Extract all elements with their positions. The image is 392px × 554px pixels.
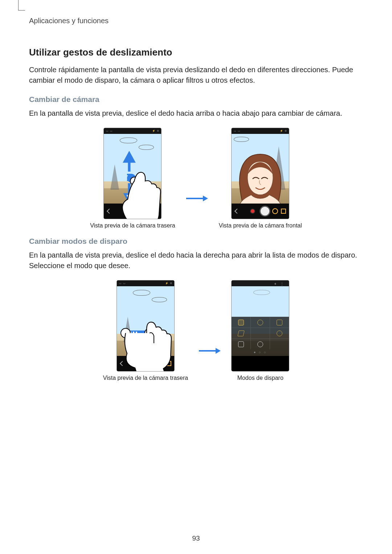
camera-bottom-bar bbox=[104, 204, 161, 219]
selfie-face-illustration bbox=[237, 151, 284, 204]
figure-2-right: + ⋮ bbox=[232, 280, 289, 381]
phone-mockup-rear: ▭ ▭ ⚡⚙ bbox=[104, 128, 161, 219]
topbar-icon: ▭ bbox=[110, 130, 113, 132]
phone-topbar: ▭ ▭ ⚡⚙ bbox=[104, 128, 161, 134]
figure-row-1: ▭ ▭ ⚡⚙ bbox=[29, 128, 363, 229]
mode-icon bbox=[144, 208, 150, 214]
shutter-button-icon bbox=[132, 206, 143, 217]
intro-paragraph: Controle rápidamente la pantalla de vist… bbox=[29, 65, 363, 86]
camera-viewport-dimmed: ● ○ ○ bbox=[232, 286, 289, 356]
pagination-dots-icon: ● ○ ○ bbox=[232, 349, 289, 356]
mode-icon bbox=[166, 361, 171, 366]
phone-topbar: + ⋮ bbox=[232, 280, 289, 286]
mode-icon bbox=[238, 331, 245, 336]
shooting-modes-panel: ● ○ ○ bbox=[232, 317, 289, 356]
cloud-decoration bbox=[152, 297, 167, 302]
figure-1-left: ▭ ▭ ⚡⚙ bbox=[90, 128, 175, 229]
settings-icon: ⚙ bbox=[285, 130, 287, 132]
mode-icon bbox=[272, 208, 278, 214]
tower-decoration bbox=[123, 317, 132, 342]
shutter-button-icon bbox=[260, 206, 270, 217]
camera-viewport-selfie bbox=[232, 134, 289, 204]
figure-row-2: ▭ ▭ ⚡⚙ bbox=[29, 280, 363, 381]
flash-icon: ⚡ bbox=[280, 130, 283, 132]
svg-marker-9 bbox=[203, 196, 208, 201]
transition-arrow-icon bbox=[185, 194, 209, 203]
phone-mockup-rear: ▭ ▭ ⚡⚙ bbox=[117, 280, 174, 371]
mode-icon bbox=[277, 331, 282, 336]
camera-viewport bbox=[117, 286, 174, 356]
sub1-paragraph: En la pantalla de vista previa, deslice … bbox=[29, 108, 363, 119]
topbar-icon: ▭ bbox=[119, 282, 122, 285]
cloud-decoration bbox=[253, 290, 270, 295]
back-icon bbox=[234, 209, 240, 214]
figure-1-right: ▭ ▭ ⚡⚙ bbox=[219, 128, 302, 229]
mode-icon bbox=[238, 341, 244, 347]
transition-arrow-icon bbox=[198, 346, 221, 355]
camera-bottom-bar bbox=[232, 204, 289, 219]
sub-title-switch-camera: Cambiar de cámara bbox=[29, 95, 363, 104]
corner-rule-decoration bbox=[18, 0, 25, 11]
mode-icon bbox=[238, 320, 244, 325]
figure-caption: Modos de disparo bbox=[237, 375, 283, 381]
settings-icon: ⚙ bbox=[157, 130, 159, 132]
mode-icon bbox=[257, 320, 263, 325]
figure-caption: Vista previa de la cámara trasera bbox=[103, 375, 188, 381]
manual-page: Aplicaciones y funciones Utilizar gestos… bbox=[0, 0, 392, 554]
record-button-icon bbox=[250, 209, 255, 214]
flash-icon: ⚡ bbox=[152, 130, 155, 132]
svg-marker-17 bbox=[216, 348, 221, 354]
cloud-decoration bbox=[234, 137, 249, 142]
shutter-button-icon bbox=[145, 358, 156, 369]
topbar-icon: ▭ bbox=[234, 130, 236, 132]
camera-viewport bbox=[104, 134, 161, 204]
mode-icon bbox=[153, 209, 158, 214]
cloud-decoration bbox=[139, 145, 154, 150]
record-button-icon bbox=[135, 361, 140, 366]
settings-icon: ⚙ bbox=[170, 282, 172, 285]
mode-icon bbox=[257, 341, 263, 347]
sub-title-switch-modes: Cambiar modos de disparo bbox=[29, 237, 363, 246]
mode-icon bbox=[277, 320, 282, 325]
cloud-decoration bbox=[133, 290, 150, 296]
page-number: 93 bbox=[0, 534, 392, 542]
back-icon bbox=[107, 209, 112, 214]
section-title: Utilizar gestos de deslizamiento bbox=[29, 47, 363, 58]
flash-icon: ⚡ bbox=[165, 282, 168, 285]
mode-icon bbox=[281, 209, 286, 214]
cloud-decoration bbox=[120, 138, 137, 143]
figure-2-left: ▭ ▭ ⚡⚙ bbox=[103, 280, 188, 381]
mode-icon bbox=[158, 361, 163, 366]
back-icon bbox=[120, 361, 125, 366]
add-icon: + ⋮ bbox=[274, 282, 286, 286]
phone-topbar: ▭ ▭ ⚡⚙ bbox=[117, 280, 174, 286]
topbar-icon: ▭ bbox=[123, 282, 126, 285]
figure-caption: Vista previa de la cámara trasera bbox=[90, 222, 175, 229]
record-button-icon bbox=[122, 209, 127, 214]
figure-caption: Vista previa de la cámara frontal bbox=[219, 222, 302, 229]
tower-decoration bbox=[110, 164, 119, 190]
phone-mockup-modes: + ⋮ bbox=[232, 280, 289, 371]
topbar-icon: ▭ bbox=[238, 130, 240, 132]
phone-topbar: ▭ ▭ ⚡⚙ bbox=[232, 128, 289, 134]
breadcrumb: Aplicaciones y funciones bbox=[29, 17, 363, 25]
sub2-paragraph: En la pantalla de vista previa, deslice … bbox=[29, 250, 363, 271]
phone-mockup-front: ▭ ▭ ⚡⚙ bbox=[232, 128, 289, 219]
camera-bottom-bar bbox=[117, 356, 174, 371]
topbar-icon: ▭ bbox=[106, 130, 109, 132]
